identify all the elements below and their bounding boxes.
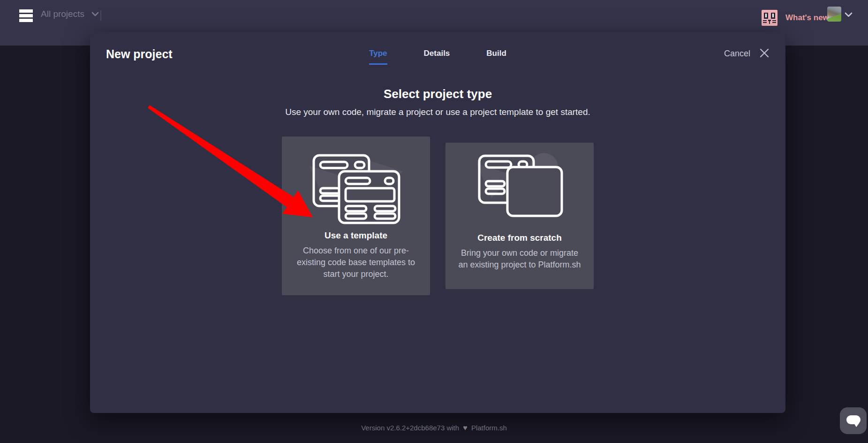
project-type-cards: Use a template Choose from one of our pr… (90, 137, 785, 295)
app-root: All projects What's new (0, 0, 868, 443)
whats-new-cat-icon (762, 10, 777, 26)
modal-tabs: Type Details Build (90, 49, 785, 65)
chevron-down-icon (91, 12, 99, 16)
card-description: Choose from one of our pre-existing code… (293, 245, 419, 280)
page-subtitle: Use your own code, migrate a project or … (90, 107, 785, 117)
card-create-from-scratch[interactable]: Create from scratch Bring your own code … (445, 143, 594, 289)
new-project-modal: New project Type Details Build Cancel Se… (90, 32, 785, 413)
card-description: Bring your own code or migrate an existi… (457, 247, 582, 271)
heart-icon: ♥ (463, 424, 468, 432)
menu-icon[interactable] (19, 9, 33, 23)
whats-new-button[interactable]: What's new (762, 10, 829, 26)
whats-new-label: What's new (785, 13, 829, 23)
card-title: Create from scratch (457, 233, 582, 243)
close-icon[interactable] (759, 47, 770, 59)
cancel-button[interactable]: Cancel (724, 49, 750, 59)
topbar-divider (100, 10, 101, 21)
tab-type[interactable]: Type (369, 49, 387, 65)
all-projects-label: All projects (41, 9, 84, 19)
footer-version: Version v2.6.2+2dcb68e73 with ♥ Platform… (0, 424, 868, 432)
page-title: Select project type (90, 87, 785, 101)
tab-details[interactable]: Details (424, 49, 450, 65)
card-use-a-template[interactable]: Use a template Choose from one of our pr… (282, 137, 430, 295)
avatar[interactable] (827, 7, 841, 22)
chat-bubble-icon (840, 407, 867, 434)
version-text: Version v2.6.2+2dcb68e73 with (361, 424, 459, 432)
template-windows-icon (309, 151, 403, 226)
brand-label: Platform.sh (471, 424, 507, 432)
user-menu-chevron-down-icon[interactable] (845, 11, 853, 19)
tab-build[interactable]: Build (486, 49, 506, 65)
card-title: Use a template (293, 230, 419, 241)
all-projects-dropdown[interactable]: All projects (41, 9, 99, 19)
blank-windows-icon (473, 153, 566, 228)
chat-launcher-button[interactable] (840, 407, 867, 434)
